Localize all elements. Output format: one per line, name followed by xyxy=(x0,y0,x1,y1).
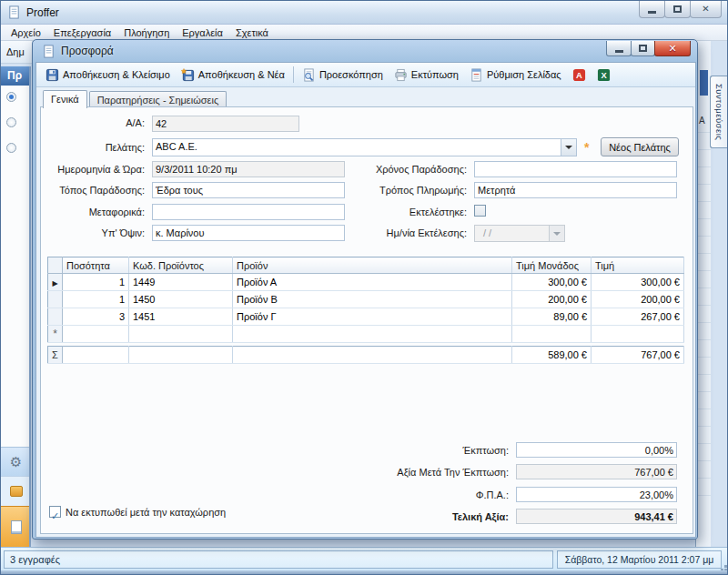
current-row-icon: ▶ xyxy=(52,279,57,288)
after-discount-field xyxy=(516,464,677,479)
export-excel-button[interactable]: X xyxy=(592,66,616,85)
table-row[interactable]: 3 1451 Προϊόν Γ 89,00 € 267,00 € xyxy=(48,308,684,326)
app-document-icon xyxy=(7,5,21,19)
nav-radio-3[interactable] xyxy=(6,143,16,153)
nav-radio-1[interactable] xyxy=(6,92,16,102)
cell-qty[interactable]: 1 xyxy=(63,291,129,308)
status-datetime: Σάββατο, 12 Μαρτίου 2011 2:07 μμ xyxy=(557,550,722,569)
col-product[interactable]: Προϊόν xyxy=(233,257,512,274)
sum-price: 767,00 € xyxy=(592,347,684,364)
cell-code[interactable]: 1449 xyxy=(129,274,233,291)
final-value-field xyxy=(516,509,677,524)
shortcuts-tab-label: Συντομεύσεις xyxy=(714,84,724,140)
delivery-place-label: Τόπος Παράδοσης: xyxy=(41,185,145,196)
discount-field[interactable] xyxy=(516,442,677,458)
print-label: Εκτύπωση xyxy=(411,69,459,80)
maximize-button[interactable] xyxy=(664,1,691,18)
nav-section-documents[interactable] xyxy=(1,506,31,547)
cell-unit-price[interactable]: 89,00 € xyxy=(512,308,592,326)
menu-file[interactable]: Αρχείο xyxy=(5,26,47,39)
exec-date-value: / / xyxy=(475,226,549,241)
save-new-icon xyxy=(181,68,195,82)
cell-product[interactable]: Προϊόν Β xyxy=(233,291,512,308)
document-icon xyxy=(11,520,22,534)
tab-general[interactable]: Γενικά xyxy=(43,90,87,108)
window-bottom-border xyxy=(1,570,728,575)
minimize-icon xyxy=(648,11,656,14)
table-row[interactable]: ▶ 1 1449 Προϊόν Α 300,00 € 300,00 € xyxy=(48,274,684,291)
close-button[interactable]: ✕ xyxy=(690,1,722,18)
preview-label: Προεσκόπηση xyxy=(319,69,383,80)
new-row-icon: * xyxy=(53,328,57,340)
col-unit-price[interactable]: Τιμή Μονάδος xyxy=(512,257,592,274)
page-setup-button[interactable]: Ρύθμιση Σελίδας xyxy=(464,66,567,85)
selected-row-sliver xyxy=(700,70,708,96)
datetime-label: Ημερομηνία & Ώρα: xyxy=(41,164,145,175)
delivery-time-field[interactable] xyxy=(474,161,677,177)
cell-price[interactable]: 267,00 € xyxy=(592,308,684,326)
nav-section-products[interactable] xyxy=(1,476,31,506)
cell-product[interactable]: Προϊόν Γ xyxy=(233,308,512,326)
print-after-save-checkbox[interactable]: ✓ xyxy=(49,506,61,518)
dialog-minimize-button[interactable] xyxy=(606,41,632,56)
menu-about[interactable]: Σχετικά xyxy=(229,26,275,39)
menu-tools[interactable]: Εργαλεία xyxy=(176,26,229,39)
cell-code[interactable]: 1451 xyxy=(129,308,233,326)
toolbar-separator xyxy=(293,66,294,83)
nav-radio-2[interactable] xyxy=(6,117,16,127)
dialog-document-icon xyxy=(42,45,56,58)
client-value: ABC A.E. xyxy=(153,139,561,156)
sigma-icon: Σ xyxy=(52,349,58,360)
row-selector-header xyxy=(48,257,63,274)
main-toolbar-partial[interactable]: Δημ xyxy=(1,41,32,64)
main-window-title: Proffer xyxy=(26,6,59,19)
print-button[interactable]: Εκτύπωση xyxy=(389,66,464,85)
cell-qty[interactable]: 1 xyxy=(63,274,129,291)
status-records: 3 εγγραφές xyxy=(4,550,553,569)
save-new-button[interactable]: Αποθήκευση & Νέα xyxy=(176,66,290,85)
new-client-button[interactable]: Νέος Πελάτης xyxy=(601,137,679,156)
dialog-tabs: Γενικά Παρατηρήσεις - Σημειώσεις xyxy=(43,90,228,107)
tab-notes[interactable]: Παρατηρήσεις - Σημειώσεις xyxy=(89,91,228,107)
cell-unit-price[interactable]: 200,00 € xyxy=(512,291,592,308)
save-icon xyxy=(46,68,59,82)
shortcuts-vertical-tab[interactable]: Συντομεύσεις xyxy=(710,76,727,148)
main-window-titlebar: Proffer ✕ xyxy=(1,1,728,25)
gear-icon: ⚙ xyxy=(10,455,22,469)
printer-icon xyxy=(394,68,408,82)
col-product-code[interactable]: Κωδ. Προϊόντος xyxy=(129,257,233,274)
client-dropdown-button[interactable] xyxy=(561,139,576,156)
resize-grip[interactable] xyxy=(724,565,727,568)
required-asterisk: * xyxy=(584,140,589,155)
preview-button[interactable]: Προεσκόπηση xyxy=(297,66,389,85)
col-price[interactable]: Τιμή xyxy=(592,257,684,274)
dialog-toolbar: Αποθήκευση & Κλείσιμο Αποθήκευση & Νέα xyxy=(36,63,695,87)
export-pdf-button[interactable]: A xyxy=(567,66,592,85)
dialog-close-button[interactable]: ✕ xyxy=(654,41,691,56)
shipping-label: Μεταφορικά: xyxy=(41,207,145,217)
minimize-button[interactable] xyxy=(639,1,665,18)
chevron-down-icon xyxy=(565,146,572,149)
save-close-label: Αποθήκευση & Κλείσιμο xyxy=(63,69,170,80)
executed-checkbox[interactable] xyxy=(474,205,486,217)
payment-method-field[interactable] xyxy=(474,182,677,198)
save-close-button[interactable]: Αποθήκευση & Κλείσιμο xyxy=(40,66,176,85)
new-row[interactable]: * xyxy=(48,326,684,343)
after-discount-label: Αξία Μετά Την Έκπτωση: xyxy=(223,467,509,478)
cell-code[interactable]: 1450 xyxy=(129,291,233,308)
vat-field[interactable] xyxy=(516,487,677,502)
minimize-icon xyxy=(615,50,623,53)
cell-price[interactable]: 300,00 € xyxy=(592,274,684,291)
cell-qty[interactable]: 3 xyxy=(63,308,129,326)
menu-edit[interactable]: Επεξεργασία xyxy=(47,26,117,39)
cell-product[interactable]: Προϊόν Α xyxy=(233,274,512,291)
cell-price[interactable]: 200,00 € xyxy=(592,291,684,308)
client-combobox[interactable]: ABC A.E. xyxy=(152,138,577,156)
col-quantity[interactable]: Ποσότητα xyxy=(63,257,129,274)
menu-navigation[interactable]: Πλοήγηση xyxy=(117,26,176,39)
nav-section-settings[interactable]: ⚙ xyxy=(1,447,31,476)
cell-unit-price[interactable]: 300,00 € xyxy=(512,274,592,291)
table-row[interactable]: 1 1450 Προϊόν Β 200,00 € 200,00 € xyxy=(48,291,684,308)
status-bar: 3 εγγραφές Σάββατο, 12 Μαρτίου 2011 2:07… xyxy=(1,547,728,570)
dialog-maximize-button[interactable] xyxy=(631,41,655,56)
